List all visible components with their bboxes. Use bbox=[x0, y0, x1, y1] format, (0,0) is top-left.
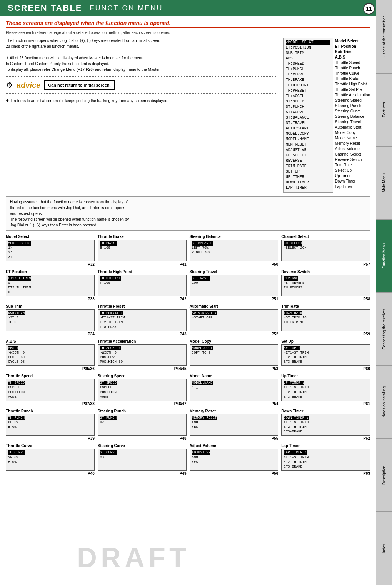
menu-label-item: Model Name bbox=[335, 136, 370, 141]
screen-title: Throttle Speed bbox=[6, 374, 95, 378]
menu-list-item: SET UP bbox=[286, 169, 330, 174]
menu-label-item: Down Timer bbox=[335, 179, 370, 184]
menu-list-item: SUB:TRIM bbox=[286, 50, 330, 56]
page-label: P57 bbox=[281, 262, 370, 267]
sidebar-tab[interactable]: Function Menu bbox=[376, 220, 392, 293]
sidebar-tab[interactable]: Usage of the transmitter bbox=[376, 0, 392, 73]
menu-list-item: LAP TIMER bbox=[286, 185, 330, 191]
screen-box: ST:PUNCH 0% bbox=[98, 414, 187, 436]
screen-title: Trim Rate bbox=[281, 304, 370, 308]
page-label: P53 bbox=[190, 367, 279, 371]
screen-line: >SELECT 2CH bbox=[284, 246, 368, 250]
screen-line: >WIDTH 0 bbox=[100, 350, 184, 355]
screen-line: MODE bbox=[8, 395, 92, 399]
info-box: Having assumed that the function name is… bbox=[6, 196, 370, 231]
screen-line: AUTO:START ↕ bbox=[192, 311, 276, 315]
screen-item: Channel SelectCH.SELECT>SELECT 2CHP57 bbox=[281, 235, 370, 267]
screen-line: >F 0% bbox=[8, 455, 92, 460]
menu-list-item: TH:ACCEL bbox=[286, 94, 330, 99]
screen-item: Throttle BrakeTH:BRAKE B 100P41 bbox=[98, 235, 187, 267]
page-label: P58 bbox=[281, 297, 370, 301]
menu-list-item: TH:BRAKE bbox=[286, 77, 330, 83]
menu-label-item: Steering Travel bbox=[335, 119, 370, 125]
screen-box: AUTO:START ↕>START OFF bbox=[190, 309, 279, 331]
screen-title: Steering Speed bbox=[98, 374, 187, 378]
right-sidebar: Usage of the transmitterFeaturesMain Men… bbox=[376, 0, 392, 585]
screen-box: TH:PUNCH>F 0%B 0% bbox=[6, 414, 95, 436]
sidebar-tab[interactable]: Features bbox=[376, 73, 392, 146]
header-title: Screen Table bbox=[8, 3, 82, 13]
screen-line: TH:HIPOINT bbox=[100, 276, 184, 281]
menu-list-box: >MODEL SELCTET:POSITIONSUB:TRIMABSTH:SPE… bbox=[283, 38, 333, 193]
screen-title: Steering Travel bbox=[190, 270, 279, 274]
screen-line: B 0% bbox=[8, 425, 92, 429]
screen-box: MODEL SELCT1>2:3: bbox=[6, 240, 95, 261]
screen-line: TH REVERS bbox=[284, 285, 368, 290]
menu-label-item: Steering Balance bbox=[335, 114, 370, 119]
screen-line: TH 0 bbox=[8, 320, 92, 325]
screen-box: MEMORY RESET>NOYES bbox=[190, 414, 279, 436]
screen-line: >SPEED bbox=[100, 385, 184, 390]
screen-title: A.B.S bbox=[6, 339, 95, 344]
info-box-line: Jog Dial or (+), (-) keys then Enter is … bbox=[10, 222, 366, 228]
subtitle-line: These screens are displayed when the fun… bbox=[6, 20, 370, 28]
screen-title: Down Timer bbox=[281, 409, 370, 413]
screen-line: ST:CURVE bbox=[100, 450, 184, 455]
screen-line: >ET1-ST TRIM bbox=[284, 455, 368, 460]
screen-line: POS B 60 bbox=[8, 355, 92, 360]
menu-list-item: ST:SPEED bbox=[286, 99, 330, 104]
screen-box: TH:ACCEL ↕>WIDTH 0POS.LOW 5POS.HIGH 50 bbox=[98, 344, 187, 366]
menu-list-item: TH:PUNCH bbox=[286, 67, 330, 72]
menu-list-item: ST:BALANCE bbox=[286, 115, 330, 121]
screen-line: 1> bbox=[8, 246, 92, 250]
sidebar-tab[interactable]: Connecting the receiver bbox=[376, 293, 392, 366]
screen-line: LEFT 70% bbox=[192, 246, 276, 250]
screen-line: ST:BALANCE bbox=[192, 241, 276, 246]
menu-label-item: Throttle Punch bbox=[335, 65, 370, 71]
sidebar-tab[interactable]: Notes on installing bbox=[376, 365, 392, 439]
screen-line: ET3-BRAKE bbox=[284, 429, 368, 434]
screen-box: TH:HIPOINT F 100 bbox=[98, 275, 187, 297]
screen-box: ST:BALANCELEFT 70%RIGHT 70% bbox=[190, 240, 279, 261]
screen-item: Throttle AccelerationTH:ACCEL ↕>WIDTH 0P… bbox=[98, 339, 187, 371]
sidebar-tab[interactable]: Description bbox=[376, 439, 392, 512]
header: Screen Table Function Menu bbox=[0, 0, 392, 16]
screen-line: ET3 BRAKE bbox=[284, 464, 368, 469]
menu-label-item: Model Select bbox=[335, 39, 370, 44]
sidebar-tab[interactable]: Index bbox=[376, 512, 392, 585]
menu-list-item: ADJUST VR bbox=[286, 148, 330, 153]
menu-label-item: Up Timer bbox=[335, 173, 370, 179]
menu-label-item: Steering Curve bbox=[335, 109, 370, 114]
screen-line: TH:PUNCH bbox=[8, 416, 92, 420]
screen-item: Automatic StartAUTO:START ↕>START OFFP52 bbox=[190, 304, 279, 336]
screen-title: Sub Trim bbox=[6, 304, 95, 308]
screen-line: COPY TO 2 bbox=[192, 350, 276, 355]
menu-label-item: Adjust Volume bbox=[335, 146, 370, 152]
page-label: P52 bbox=[190, 332, 279, 336]
screen-box: ST:CURVE 0% bbox=[98, 449, 187, 471]
screen-title: Up Timer bbox=[281, 374, 370, 378]
screen-box: TH:CURVE>F 0%B 0% bbox=[6, 449, 95, 471]
screen-line: POSITION bbox=[8, 390, 92, 395]
screen-line: MODEL SELCT bbox=[8, 241, 92, 246]
info-box-line: the list of the function menu with Jog D… bbox=[10, 205, 366, 211]
info-box-line: The following screen will be opened when… bbox=[10, 216, 366, 222]
sidebar-tab[interactable]: Main Menu bbox=[376, 146, 392, 220]
screen-line: YES bbox=[192, 460, 276, 464]
menu-label-item: Throttle High Point bbox=[335, 82, 370, 87]
top-section: The function menu opens when Jog Dial or… bbox=[6, 38, 370, 193]
screen-box: UP TIMER ↕>ET1-ST TRIMET2-TH TRIMET3-BRA… bbox=[281, 379, 370, 401]
screen-box: SET UP ↕>ET1-ST TRIMET2-TH TRIMET3-BRAKE bbox=[281, 344, 370, 366]
screen-item: Steering CurveST:CURVE 0%P49 bbox=[98, 444, 187, 476]
screen-line: YES bbox=[192, 425, 276, 429]
screen-item: Lap TimerLAP TIMER ↕>ET1-ST TRIMET2-TH T… bbox=[281, 444, 370, 476]
screen-item: Steering BalanceST:BALANCELEFT 70%RIGHT … bbox=[190, 235, 279, 267]
screen-line: ET2-TH TRIM bbox=[284, 425, 368, 429]
screen-line: >ST 0 bbox=[8, 315, 92, 320]
screen-title: Steering Balance bbox=[190, 235, 279, 239]
page-number: 11 bbox=[363, 3, 375, 15]
menu-label-item: Throttle Brake bbox=[335, 76, 370, 82]
menu-label-item: Steering Punch bbox=[335, 103, 370, 109]
top-left-text: The function menu opens when Jog Dial or… bbox=[6, 38, 277, 193]
page-label: P32 bbox=[6, 262, 95, 267]
